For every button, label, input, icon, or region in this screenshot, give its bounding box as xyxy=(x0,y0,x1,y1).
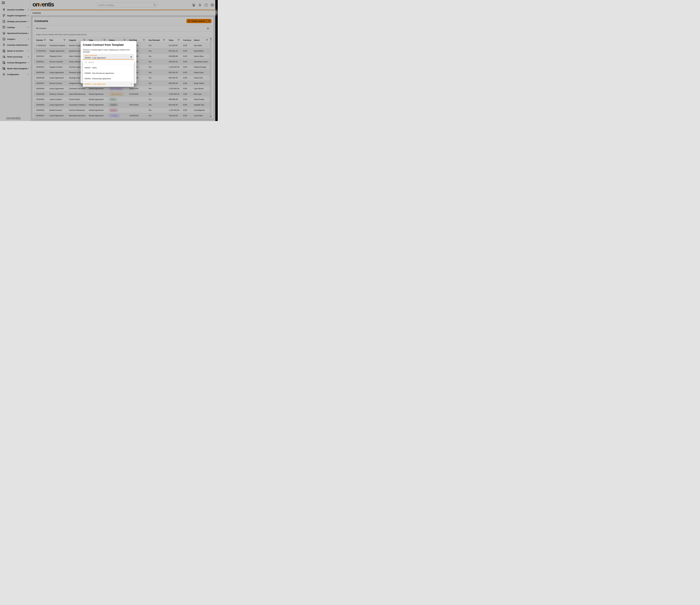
check-icon: ✓ xyxy=(130,83,132,86)
floating-widget-blob xyxy=(215,9,218,16)
dropdown-options: 000007 - Other 000006 - Non-Disclosure A… xyxy=(83,65,134,87)
option-label: 000004 - Loan Agreement xyxy=(84,83,105,85)
dropdown-search-input[interactable] xyxy=(87,61,134,63)
dropdown-search xyxy=(83,60,134,65)
select-label: Select contract type xyxy=(85,55,97,56)
modal-title: Create Contract from Template xyxy=(83,43,124,47)
dropdown-option[interactable]: 000007 - Other xyxy=(83,65,134,70)
dropdown-option[interactable]: 000006 - Non-Disclosure Agreement xyxy=(83,70,134,76)
dropdown-option[interactable]: 000004 - Loan Agreement ✓ xyxy=(83,81,134,87)
contract-type-dropdown: 000007 - Other 000006 - Non-Disclosure A… xyxy=(83,60,134,87)
option-label: 000006 - Non-Disclosure Agreement xyxy=(84,72,114,74)
caret-up-icon xyxy=(130,56,132,57)
option-label: 000007 - Other xyxy=(84,67,97,69)
contract-type-select[interactable]: Select contract type 000004 - Loan Agree… xyxy=(83,54,134,60)
dropdown-option[interactable]: 000005 - Partnership Agreement xyxy=(83,76,134,81)
modal-subtitle: Choose a contract type to start creating… xyxy=(83,49,135,53)
select-value: 000004 - Loan Agreement xyxy=(85,57,106,59)
search-icon xyxy=(84,61,87,64)
option-label: 000005 - Partnership Agreement xyxy=(84,78,111,80)
screen-edge-strip xyxy=(215,0,218,121)
